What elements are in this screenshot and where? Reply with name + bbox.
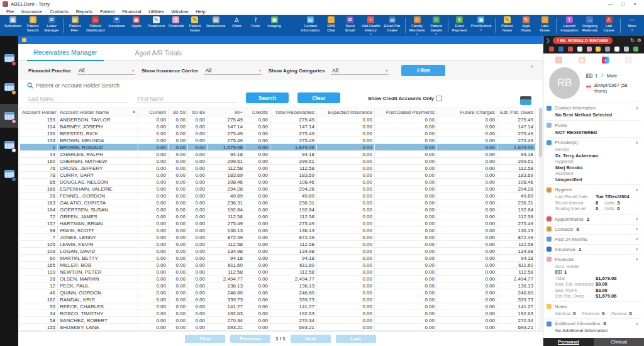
sidebar-module-5[interactable] [0, 162, 18, 186]
menu-item-help[interactable]: Help [192, 9, 209, 14]
toolbar-item-late-notes[interactable]: ◔Late Notes [535, 15, 554, 36]
section-header-contact-information[interactable]: Contact Information∨ [547, 104, 641, 111]
search-button[interactable]: Search [246, 92, 289, 103]
next-page-button[interactable]: Next [291, 335, 331, 343]
financial-practice-select[interactable]: All▾ [77, 67, 135, 75]
toolbar-item-outgoing-referrals[interactable]: →Outgoing Referrals [580, 15, 599, 36]
toolbar-item-patient-dashboard[interactable]: ⌂Patient Dashboard [84, 15, 106, 36]
column-header[interactable]: Future Charges [437, 108, 497, 116]
toolbar-item-chart[interactable]: ♙Chart [227, 15, 246, 36]
toolbar-item-scheduler[interactable]: ▦Scheduler [3, 15, 23, 36]
refresh-icon[interactable]: ↻ [630, 38, 635, 43]
toolbar-item-enter-payment[interactable]: $Enter Payment [450, 15, 469, 36]
treatment-icon[interactable] [577, 47, 582, 52]
column-header[interactable]: 30-59 [169, 108, 188, 116]
toolbar-item-treatment[interactable]: ✎Treatment [146, 15, 167, 36]
table-row[interactable]: 58SANCHEZ, ROBERT0.000.000.00270.340.002… [20, 317, 536, 324]
column-header[interactable]: Total Receivables [270, 108, 317, 116]
pill-icon[interactable]: ◗ [602, 57, 609, 64]
table-row[interactable]: 98IRWIN, SCOTT0.000.000.00136.130.00136.… [20, 227, 536, 234]
table-row[interactable]: 162RANDAL, KRIS0.000.000.00339.730.00339… [20, 296, 536, 303]
tab-personal[interactable]: Personal [543, 338, 594, 346]
clear-button[interactable]: Clear [297, 92, 340, 103]
last-page-button[interactable]: Last [336, 335, 376, 343]
column-header[interactable]: Current [138, 108, 169, 116]
toolbar-item-family-members[interactable]: ☺Family Members∨ [408, 15, 427, 36]
table-row[interactable]: 105LEWIS, KEVIN0.000.000.00112.580.00112… [20, 241, 536, 248]
section-header-financial[interactable]: Financial∧ [547, 256, 641, 263]
toolbar-item-imaging[interactable]: ▣Imaging [265, 15, 284, 36]
toolbar-item-documents[interactable]: ▤Documents [204, 15, 227, 36]
table-row[interactable]: 85DOUGLAS, NELSON0.000.000.00108.460.001… [20, 179, 536, 186]
column-header[interactable]: 60-89 [188, 108, 208, 116]
tab-aged-ar-totals[interactable]: Aged A/R Totals [129, 49, 189, 60]
gear-icon[interactable]: ⚙ [637, 38, 641, 43]
menu-item-insurance[interactable]: Insurance [18, 9, 46, 14]
column-header[interactable]: Est. Pat. Owes [497, 108, 536, 116]
printer-icon[interactable] [520, 96, 531, 105]
section-header-hygiene[interactable]: Hygiene∧ [547, 186, 641, 193]
sidebar-module-receivables[interactable] [0, 104, 18, 128]
table-row[interactable]: 78CURRY, GARY0.000.000.00183.690.00183.6… [20, 172, 536, 179]
appts-icon[interactable] [568, 47, 573, 52]
toolbar-item-patient-details[interactable]: ☺Patient Details∨ [427, 15, 446, 36]
table-row[interactable]: 114BARNEY, JOSEPH0.000.000.00147.140.001… [20, 123, 536, 130]
table-row[interactable]: 109LOGAN, DAVID0.000.000.00134.980.00134… [20, 248, 536, 255]
table-row[interactable]: 76CROSS, JEFFERY0.000.000.00112.580.0011… [20, 165, 536, 172]
table-row[interactable]: 28OLSEN, MARVIN0.000.000.002,494.770.002… [20, 276, 536, 282]
table-row[interactable]: 153BROWN, MELINDA0.000.000.00275.490.002… [20, 137, 536, 144]
toolbar-item-patient-notes-2[interactable]: ✎Patient Notes [497, 15, 516, 36]
menu-item-file[interactable]: File [3, 9, 18, 14]
perio-icon[interactable] [624, 47, 629, 52]
table-row[interactable]: 26FENNEL, GORDON0.000.000.0049.890.0049.… [20, 193, 536, 199]
table-row[interactable]: 46QUINN, GORDON0.000.000.00246.800.00246… [20, 289, 536, 296]
notes-icon[interactable] [596, 47, 601, 52]
toolbar-item-more[interactable]: ⋯More∨ [623, 15, 641, 36]
column-header[interactable]: Expected Insurance [317, 108, 375, 116]
toolbar-item-patient-notes[interactable]: ✎Patient Notes [186, 15, 204, 36]
toolbar-item-letter-manager[interactable]: ✉Letter Manager [42, 15, 61, 36]
chevron-up-icon[interactable]: ∧ [635, 257, 641, 262]
filter-button[interactable]: Filter [401, 65, 445, 76]
table-row[interactable]: 7JONES, LENNY0.000.000.00872.490.00872.4… [20, 234, 536, 241]
toolbar-item-launch-integration[interactable]: ↥Launch Integration [558, 15, 580, 36]
chevron-up-icon[interactable]: ∧ [635, 321, 641, 326]
sidebar-module-4[interactable] [0, 133, 18, 157]
column-header[interactable]: Credits [245, 108, 270, 116]
minimize-button[interactable]: — [608, 1, 613, 7]
toolbar-item-sms-chat[interactable]: …SMS Chat [322, 15, 341, 36]
section-header-contacts[interactable]: Contacts0∨ [547, 226, 641, 233]
table-row[interactable]: 166ESPENHAIN, VALERIE0.000.000.00294.280… [20, 186, 536, 193]
menu-item-patient[interactable]: Patient [96, 9, 118, 14]
last-name-input[interactable] [27, 95, 128, 103]
toolbar-item-appt-notes[interactable]: ✎Appt Notes [516, 15, 535, 36]
close-button[interactable]: × [633, 1, 636, 7]
section-header-insurance[interactable]: Insurance1∨ [547, 246, 641, 253]
menu-item-window[interactable]: Window [167, 9, 192, 14]
toolbar-item-lab-cases[interactable]: ∆Lab Cases [599, 15, 618, 36]
section-header-providers[interactable]: Provider(s)∧ [547, 139, 641, 146]
diamond-icon[interactable]: ◆ [579, 57, 586, 64]
chevron-down-icon[interactable]: ∨ [635, 247, 641, 252]
first-aid-icon[interactable]: + [555, 57, 562, 64]
pin-icon[interactable] [22, 38, 26, 42]
menu-item-reports[interactable]: Reports [72, 9, 96, 14]
column-header[interactable]: Post Dated Payments [375, 108, 437, 116]
toolbar-item-appts[interactable]: ▦Appts [127, 15, 146, 36]
table-row[interactable]: 155SHUSKEY, LANA0.000.000.00693.210.0069… [20, 324, 536, 331]
toolbar-item-financial[interactable]: $Financial [167, 15, 186, 36]
table-row[interactable]: 119NEWTON, PETER0.000.000.00112.580.0011… [20, 269, 536, 276]
tab-receivables-manager[interactable]: Receivables Manager [27, 48, 104, 61]
patient-name-badge[interactable]: ! Mr. RONALD BROWN [553, 37, 613, 44]
aging-categories-select[interactable]: All▾ [331, 67, 389, 75]
chevron-down-icon[interactable]: ∨ [635, 106, 641, 111]
section-header-portal[interactable]: Portal [547, 122, 641, 129]
insurance-icon[interactable] [558, 47, 564, 52]
toolbar-item-print-submit[interactable]: ▣Print/Submit∨ [469, 15, 494, 36]
previous-page-button[interactable]: Previous [230, 335, 270, 343]
table-row[interactable]: 34ROSCO, TIMOTHY0.000.000.00192.630.0019… [20, 310, 536, 317]
chevron-up-icon[interactable]: ∧ [635, 187, 641, 193]
toolbar-item-contact-information[interactable]: ▤Contact Information [299, 15, 322, 36]
table-row[interactable]: 60MARTIN, BETTY0.000.000.0094.180.0094.1… [20, 255, 536, 262]
toolbar-item-insurance[interactable]: ☂Insurance [106, 15, 126, 36]
